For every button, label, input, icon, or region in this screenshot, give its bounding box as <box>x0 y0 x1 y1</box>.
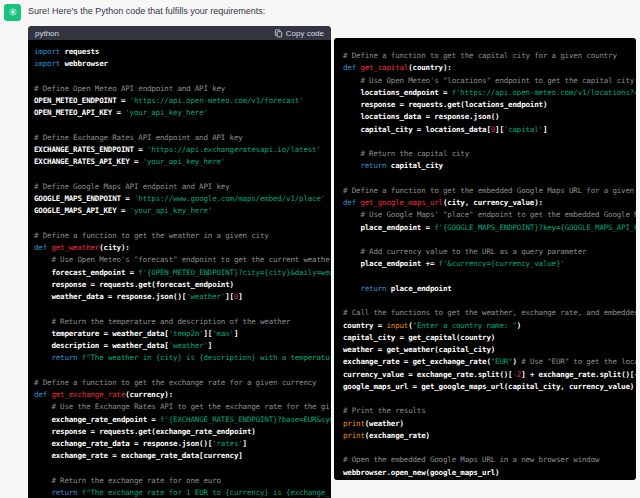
copy-code-button[interactable]: Copy code <box>274 29 324 38</box>
code-line: description = weather_data['weather'] <box>34 340 331 352</box>
code-line: locations_data = response.json() <box>343 111 636 123</box>
assistant-message-text: Sure! Here's the Python code that fulfil… <box>28 6 265 16</box>
code-line: # Return the exchange rate for one euro <box>34 475 331 487</box>
code-line: place_endpoint = f'{GOOGLE_MAPS_ENDPOINT… <box>343 222 636 234</box>
code-line: response = requests.get(locations_endpoi… <box>343 99 636 111</box>
code-line: def get_weather(city): <box>34 242 331 254</box>
code-line: print(weather) <box>343 418 636 430</box>
code-line <box>34 120 331 132</box>
code-line: # Define a function to get the weather i… <box>34 230 331 242</box>
code-line: # Use the Exchange Rates API to get the … <box>34 401 331 413</box>
code-line <box>34 463 331 475</box>
code-line: place_endpoint += f'&currency={currency_… <box>343 258 636 270</box>
code-line: weather_data = response.json()['weather'… <box>34 291 331 303</box>
code-line <box>34 71 331 83</box>
code-block-left: python Copy code import requestsimport w… <box>28 26 331 498</box>
code-content-left: import requestsimport webbrowser # Defin… <box>28 40 331 498</box>
code-line: locations_endpoint = f'https://api.open-… <box>343 87 636 99</box>
code-line: country = input("Enter a country name: "… <box>343 320 636 332</box>
code-line: capital_city = locations_data[0]['capita… <box>343 124 636 136</box>
code-line: # Define Open Meteo API endpoint and API… <box>34 83 331 95</box>
code-line <box>343 442 636 454</box>
code-line: EXCHANGE_RATES_API_KEY = 'your_api_key_h… <box>34 156 331 168</box>
code-line: exchange_rate_data = response.json()['ra… <box>34 438 331 450</box>
code-line: response = requests.get(exchange_rate_en… <box>34 426 331 438</box>
code-line: forecast_endpoint = f'{OPEN_METEO_ENDPOI… <box>34 267 331 279</box>
code-line <box>34 365 331 377</box>
code-line: # Call the functions to get the weather,… <box>343 307 636 319</box>
code-line: EXCHANGE_RATES_ENDPOINT = 'https://api.e… <box>34 144 331 156</box>
code-line <box>343 136 636 148</box>
code-language-label: python <box>35 29 59 38</box>
chat-response-view: ✳ Sure! Here's the Python code that fulf… <box>0 0 640 498</box>
code-line <box>34 303 331 315</box>
code-line: import webbrowser <box>34 58 331 70</box>
code-line: response = requests.get(forecast_endpoin… <box>34 279 331 291</box>
code-line: currency_value = exchange_rate.split()[-… <box>343 369 636 381</box>
code-line: # Add currency value to the URL as a que… <box>343 246 636 258</box>
code-line <box>343 295 636 307</box>
code-line: # Define a function to get the exchange … <box>34 377 331 389</box>
code-line <box>343 271 636 283</box>
code-line: temperature = weather_data['temp2m']['ma… <box>34 328 331 340</box>
code-line: # Open the embedded Google Maps URL in a… <box>343 454 636 466</box>
openai-logo-icon: ✳ <box>8 7 17 18</box>
code-line: def get_capital(country): <box>343 62 636 74</box>
code-line <box>343 173 636 185</box>
copy-code-label: Copy code <box>286 29 324 38</box>
assistant-avatar: ✳ <box>4 4 21 21</box>
code-line: # Print the results <box>343 405 636 417</box>
code-line: google_maps_url = get_google_maps_url(ca… <box>343 381 636 393</box>
code-line: # Define a function to get the embedded … <box>343 185 636 197</box>
code-line: # Use Open Meteo's "forecast" endpoint t… <box>34 254 331 266</box>
code-line: print(exchange_rate) <box>343 430 636 442</box>
code-line <box>34 169 331 181</box>
code-line <box>343 234 636 246</box>
code-line: return f"The weather in {city} is {descr… <box>34 352 331 364</box>
code-line: def get_google_maps_url(city, currency_v… <box>343 197 636 209</box>
code-line: # Use Open Meteo's "locations" endpoint … <box>343 75 636 87</box>
code-line: # Use Google Maps' "place" endpoint to g… <box>343 209 636 221</box>
code-line: return place_endpoint <box>343 283 636 295</box>
code-line: OPEN_METEO_ENDPOINT = 'https://api.open-… <box>34 95 331 107</box>
code-line: def get_exchange_rate(currency): <box>34 389 331 401</box>
code-line: GOOGLE_MAPS_API_KEY = 'your_api_key_here… <box>34 205 331 217</box>
code-block-header: python Copy code <box>28 26 331 40</box>
code-block-right: # Define a function to get the capital c… <box>334 38 636 480</box>
code-line: exchange_rate = exchange_rate_data[curre… <box>34 450 331 462</box>
code-line <box>343 393 636 405</box>
code-line: # Define a function to get the capital c… <box>343 50 636 62</box>
code-line: # Define Google Maps API endpoint and AP… <box>34 181 331 193</box>
code-line: import requests <box>34 46 331 58</box>
code-line: # Define Exchange Rates API endpoint and… <box>34 132 331 144</box>
code-line: return capital_city <box>343 160 636 172</box>
code-line: OPEN_METEO_API_KEY = 'your_api_key_here' <box>34 107 331 119</box>
code-line: exchange_rate = get_exchange_rate("EUR")… <box>343 356 636 368</box>
code-line: GOOGLE_MAPS_ENDPOINT = 'https://www.goog… <box>34 193 331 205</box>
code-line: # Return the capital city <box>343 148 636 160</box>
code-line: webbrowser.open_new(google_maps_url) <box>343 467 636 479</box>
code-line: capital_city = get_capital(country) <box>343 332 636 344</box>
code-line <box>34 218 331 230</box>
code-line: return f"The exchange rate for 1 EUR to … <box>34 487 331 498</box>
code-line: exchange_rate_endpoint = f'{EXCHANGE_RAT… <box>34 414 331 426</box>
code-line: weather = get_weather(capital_city) <box>343 344 636 356</box>
copy-icon <box>274 29 283 38</box>
code-line: # Return the temperature and description… <box>34 316 331 328</box>
code-content-right: # Define a function to get the capital c… <box>334 38 636 479</box>
